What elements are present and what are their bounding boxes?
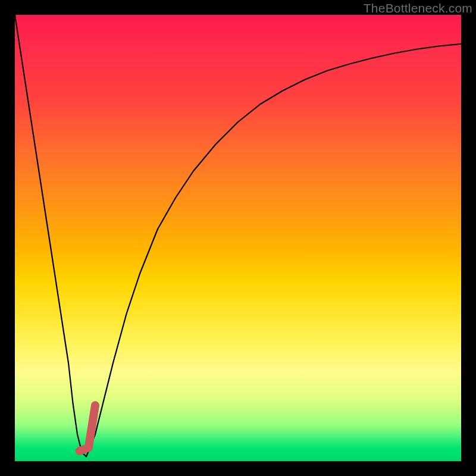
curve-layer xyxy=(15,15,461,461)
plot-area xyxy=(15,15,461,461)
selected-marker xyxy=(80,405,95,451)
bottleneck-curve xyxy=(15,15,461,457)
chart-container: TheBottleneck.com xyxy=(0,0,476,476)
watermark-text: TheBottleneck.com xyxy=(364,1,472,15)
